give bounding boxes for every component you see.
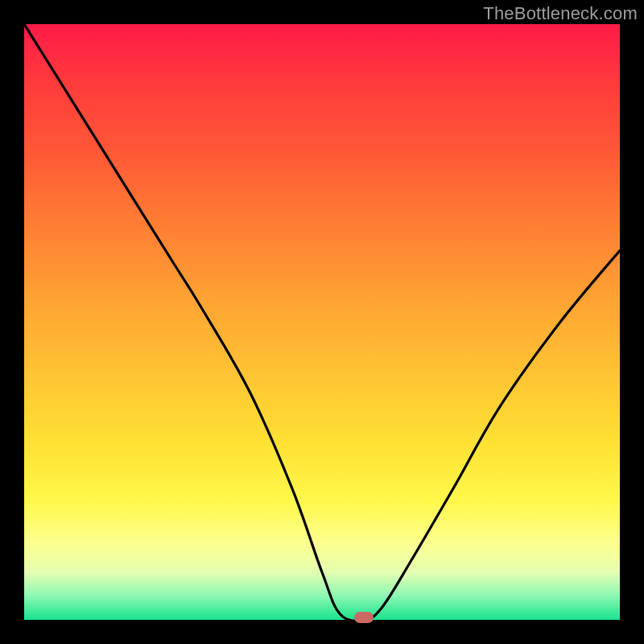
optimal-point-marker — [354, 612, 374, 623]
chart-plot-area — [24, 24, 620, 620]
chart-curve-layer — [24, 24, 620, 620]
bottleneck-curve — [24, 24, 620, 620]
chart-frame: TheBottleneck.com — [0, 0, 644, 644]
watermark-text: TheBottleneck.com — [483, 3, 638, 24]
